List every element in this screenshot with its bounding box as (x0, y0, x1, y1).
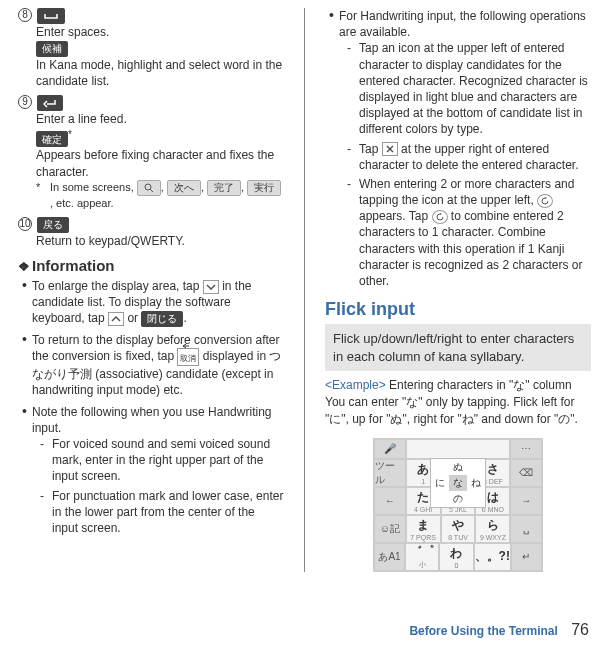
enter-key-icon (37, 95, 63, 111)
page-content: 8 Enter spaces. 候補 In Kana mode, highlig… (0, 0, 609, 572)
keypad-key: ら9 WXYZ (475, 515, 510, 543)
info-bullet: To return to the display before conversi… (22, 332, 284, 399)
keypad-func-key: ↵ (511, 543, 542, 571)
flick-input-summary: Flick up/down/left/right to enter charac… (325, 324, 591, 371)
keypad-key: わ0 (439, 543, 473, 571)
item-text: Enter a line feed. (36, 111, 284, 127)
column-divider (304, 8, 305, 572)
next-key: 次へ (167, 180, 201, 196)
chevron-down-icon (203, 280, 219, 294)
more-icon: ⋯ (510, 439, 542, 459)
example-body: You can enter "な" only by tapping. Flick… (325, 394, 591, 428)
candidate-key: 候補 (36, 41, 68, 57)
execute-key: 実行 (247, 180, 281, 196)
keypad-func-key: ␣ (510, 515, 542, 543)
back-key: 戻る (37, 217, 69, 233)
keypad-func-key: → (510, 487, 542, 515)
keypad-func-key: ☺記 (374, 515, 406, 543)
keypad-func-key: ⌫ (510, 459, 542, 487)
keypad-func-key: あA1 (374, 543, 405, 571)
item-text: In Kana mode, highlight and select word … (36, 57, 284, 89)
list-item-9: 9 Enter a line feed. 確定* Appears before … (18, 95, 284, 210)
search-key-icon (137, 180, 161, 196)
item-text: Appears before fixing character and fixe… (36, 147, 284, 179)
chevron-up-icon (108, 312, 124, 326)
delete-x-icon (382, 142, 398, 156)
keypad-func-key: ツール (374, 459, 406, 487)
flick-input-heading: Flick input (325, 299, 591, 320)
combine-icon (432, 210, 448, 224)
diamond-icon: ❖ (18, 259, 30, 274)
info-bullet: Note the following when you use Handwrit… (22, 404, 284, 537)
keypad-key: 、。?! (474, 543, 511, 571)
keypad-key: や8 TUV (441, 515, 476, 543)
footnote-star: * (68, 129, 72, 140)
list-item-10: 10 戻る Return to keypad/QWERTY. (18, 217, 284, 249)
cancel-convert-icon: 取消 (177, 348, 199, 366)
sub-item: For punctuation mark and lower case, ent… (40, 488, 284, 537)
item-number: 8 (18, 8, 32, 22)
confirm-key: 確定 (36, 131, 68, 147)
item-number: 10 (18, 217, 32, 231)
done-key: 完了 (207, 180, 241, 196)
item-text: Enter spaces. (36, 24, 284, 40)
flick-popup: ぬになねの (430, 458, 486, 508)
right-column: For Handwriting input, the following ope… (325, 8, 591, 572)
sub-item: For voiced sound and semi voiced sound m… (40, 436, 284, 485)
footnote: In some screens, , 次へ, 完了, 実行 , etc. app… (36, 180, 284, 211)
info-bullets: To enlarge the display area, tap in the … (22, 278, 284, 536)
page-number: 76 (571, 621, 589, 638)
info-bullet: To enlarge the display area, tap in the … (22, 278, 284, 327)
mic-icon: 🎤 (374, 439, 406, 459)
page-footer: Before Using the Terminal 76 (409, 621, 589, 639)
keypad-illustration: 🎤 ⋯ ツールあ1か2 ABCさ3 DEF⌫←た4 GHIな5 JKLぬになねの… (373, 438, 543, 572)
space-key-icon (37, 8, 65, 24)
keypad-func-key: ← (374, 487, 406, 515)
information-heading: ❖Information (18, 257, 284, 274)
combine-icon (537, 194, 553, 208)
info-bullet: For Handwriting input, the following ope… (329, 8, 591, 289)
svg-line-1 (150, 189, 153, 192)
close-key: 閉じる (141, 311, 183, 327)
item-number: 9 (18, 95, 32, 109)
item-text: Return to keypad/QWERTY. (36, 233, 284, 249)
sub-item: When entering 2 or more characters and t… (347, 176, 591, 289)
left-column: 8 Enter spaces. 候補 In Kana mode, highlig… (18, 8, 284, 572)
list-item-8: 8 Enter spaces. 候補 In Kana mode, highlig… (18, 8, 284, 89)
sub-item: Tap at the upper right of entered charac… (347, 141, 591, 173)
sub-item: Tap an icon at the upper left of entered… (347, 40, 591, 137)
example-label: <Example> (325, 378, 386, 392)
keypad-key: ま7 PQRS (406, 515, 441, 543)
example-block: <Example> Entering characters in "な" col… (325, 377, 591, 427)
keypad-key: な5 JKLぬになねの (441, 487, 476, 515)
keypad-key: ゛゜小 (405, 543, 439, 571)
